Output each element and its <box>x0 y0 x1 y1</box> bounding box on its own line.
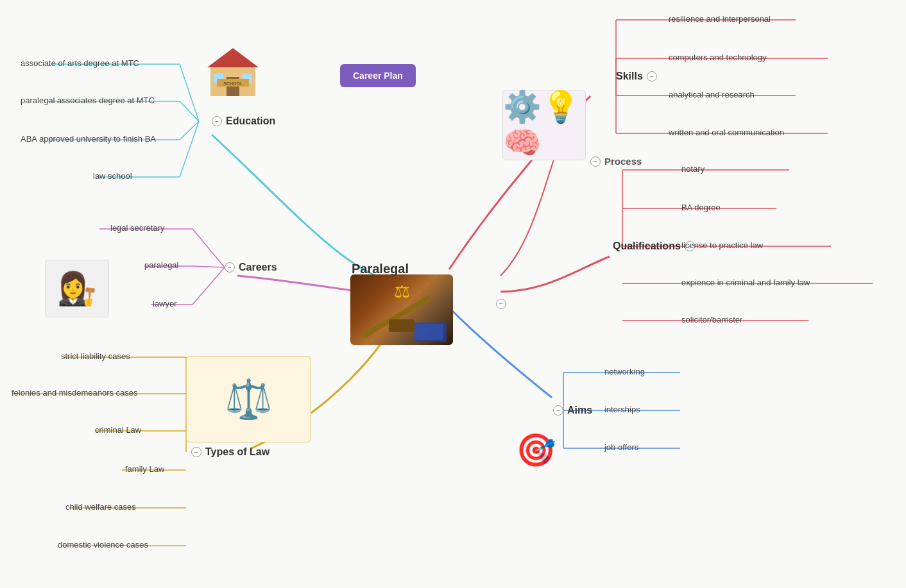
svg-rect-58 <box>226 56 234 59</box>
leaf-skills-4: written and oral communication <box>669 128 784 137</box>
process-image: ⚙️💡🧠 <box>502 90 586 160</box>
svg-line-3 <box>180 121 199 177</box>
svg-line-0 <box>180 64 199 121</box>
svg-line-9 <box>192 266 225 267</box>
process-label: Process <box>604 156 642 167</box>
leaf-types-6: domestic violence cases <box>58 540 148 550</box>
careers-label: Careers <box>239 262 277 273</box>
leaf-qual-2: BA degree <box>681 203 721 212</box>
education-branch[interactable]: − Education <box>212 115 275 127</box>
leaf-types-3: criminal Law <box>95 425 141 435</box>
types-of-law-branch[interactable]: − Types of Law <box>191 446 269 458</box>
leaf-skills-1: resilience and interpersonal <box>669 14 771 24</box>
svg-line-8 <box>192 229 225 267</box>
careers-image: 👩‍⚖️ <box>45 260 109 317</box>
leaf-types-2: felonies and misdemeanors cases <box>12 388 138 398</box>
svg-line-10 <box>192 267 225 305</box>
main-collapse-circle[interactable]: − <box>496 299 506 309</box>
types-of-law-image: ⚖️ <box>186 356 311 442</box>
leaf-education-1: associate of arts degree at MTC <box>21 58 139 68</box>
leaf-aims-2: interships <box>604 405 640 414</box>
leaf-skills-2: computers and technology <box>669 53 766 62</box>
types-collapse[interactable]: − <box>191 447 201 457</box>
leaf-careers-1: legal secretary <box>110 223 165 233</box>
leaf-skills-3: analytical and research <box>669 90 755 99</box>
svg-line-1 <box>180 101 199 121</box>
leaf-qual-4: expience in criminal and family law <box>681 278 810 287</box>
svg-text:SCHOOL: SCHOOL <box>223 81 243 86</box>
skills-label: Skills <box>616 71 643 82</box>
leaf-types-4: family Law <box>125 464 164 474</box>
leaf-types-5: child welfare cases <box>65 502 136 512</box>
aims-image: 🎯 <box>510 424 561 476</box>
leaf-aims-3: job offers <box>604 442 638 452</box>
leaf-types-1: strict liability cases <box>61 351 130 361</box>
svg-line-2 <box>180 121 199 140</box>
main-collapse[interactable]: − <box>496 297 506 309</box>
leaf-education-3: ABA approved university to finish BA <box>21 134 156 144</box>
skills-branch[interactable]: − Skills <box>616 71 657 82</box>
careers-branch[interactable]: − Careers <box>225 262 277 273</box>
education-collapse[interactable]: − <box>212 116 222 126</box>
types-label: Types of Law <box>205 446 269 458</box>
qualifications-label: Qualifications <box>613 240 681 252</box>
leaf-education-4: law school <box>93 171 132 181</box>
center-image: ⚖ <box>350 274 453 345</box>
leaf-qual-5: solicitor/barrister <box>681 315 742 324</box>
aims-branch[interactable]: − Aims <box>553 405 592 416</box>
leaf-careers-2: paralegal <box>144 260 179 270</box>
leaf-qual-3: license to practice law <box>681 240 763 250</box>
process-node[interactable]: − Process <box>590 156 642 167</box>
aims-collapse[interactable]: − <box>553 405 563 416</box>
skills-collapse[interactable]: − <box>647 71 657 81</box>
center-node-title: Paralegal <box>352 262 409 276</box>
leaf-aims-1: networking <box>604 367 645 376</box>
process-collapse[interactable]: − <box>590 156 601 167</box>
career-plan-button[interactable]: Career Plan <box>340 64 416 87</box>
school-image: SCHOOL <box>204 42 262 99</box>
aims-label: Aims <box>567 405 592 416</box>
careers-collapse[interactable]: − <box>225 262 235 273</box>
leaf-education-2: paralegal associates degree at MTC <box>21 96 155 105</box>
education-label: Education <box>226 115 275 127</box>
leaf-careers-3: lawyer <box>153 299 177 308</box>
leaf-qual-1: notary <box>681 164 705 174</box>
